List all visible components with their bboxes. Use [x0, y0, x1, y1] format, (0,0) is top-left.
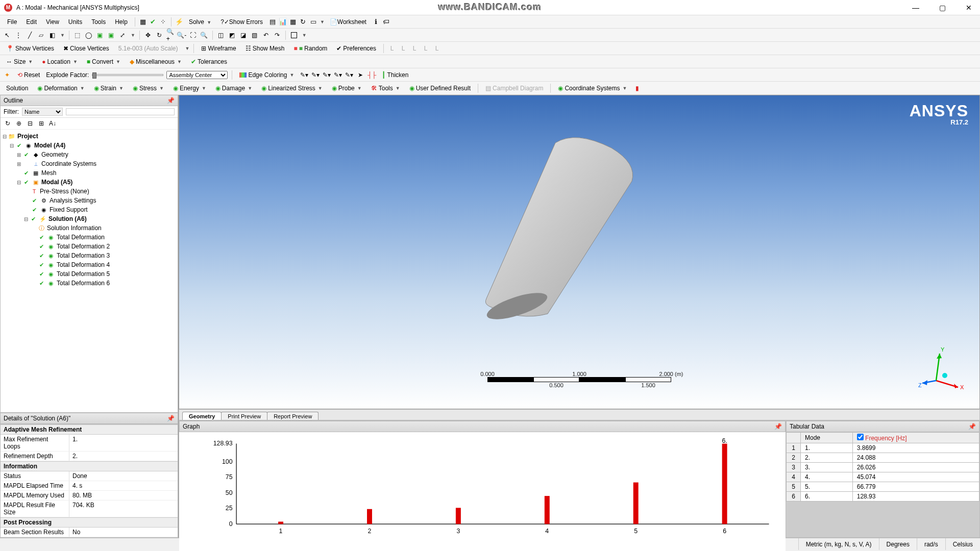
box-select-icon[interactable]: ⬚	[74, 31, 82, 39]
coord-dropdown[interactable]: ◉Coordinate Systems▼	[555, 84, 630, 93]
extend-icon[interactable]: ⤢	[118, 31, 127, 39]
details-row[interactable]: Beam Section ResultsNo	[1, 528, 178, 537]
zoom-fit-icon[interactable]: ⛶	[189, 31, 197, 39]
axis2-icon[interactable]: L	[399, 44, 407, 53]
expand-icon[interactable]: ⊕	[15, 119, 23, 128]
coord-icon[interactable]: ▮	[633, 84, 641, 92]
probe-dropdown[interactable]: ◉Probe▼	[329, 84, 365, 93]
details-row[interactable]: StatusDone	[1, 471, 178, 481]
table-row[interactable]: 66.128.93	[787, 492, 979, 502]
cursor-icon[interactable]: ↖	[3, 31, 11, 39]
doc-icon[interactable]: ▭	[309, 17, 318, 27]
maximize-button[interactable]: ▢	[935, 3, 949, 13]
reset-button[interactable]: ⟲Reset	[14, 70, 43, 80]
close-button[interactable]: ✕	[962, 3, 976, 13]
body-select-icon[interactable]: ◧	[48, 31, 56, 39]
col-mode[interactable]: Mode	[801, 433, 853, 443]
lasso-icon[interactable]: ◯	[85, 31, 93, 39]
grid-icon[interactable]: ▤	[268, 17, 277, 27]
pin-icon-4[interactable]: 📌	[968, 423, 976, 430]
zoom-box-icon[interactable]: 🔍	[200, 31, 208, 39]
edge5-icon[interactable]: ✎▾	[345, 71, 353, 79]
details-row[interactable]: MAPDL Memory Used80. MB	[1, 491, 178, 500]
cube-icon[interactable]: ▣	[96, 31, 104, 39]
tree-td4[interactable]: ✔◉Total Deformation 4	[2, 260, 177, 269]
filter-input[interactable]	[66, 108, 175, 115]
table-icon[interactable]: ▦	[288, 17, 298, 27]
filter-select[interactable]: Name	[22, 108, 63, 116]
deformation-dropdown[interactable]: ◉Deformation▼	[34, 84, 87, 93]
stress-dropdown[interactable]: ◉Stress▼	[130, 84, 167, 93]
wireframe-button[interactable]: ⊞Wireframe	[198, 44, 239, 53]
pin-icon-2[interactable]: 📌	[167, 415, 175, 422]
tree-td3[interactable]: ✔◉Total Deformation 3	[2, 251, 177, 260]
axis3-icon[interactable]: L	[410, 44, 419, 53]
menu-view[interactable]: View	[42, 17, 63, 27]
view-front-icon[interactable]: ◫	[217, 31, 225, 39]
assembly-center-select[interactable]: Assembly Center	[166, 71, 228, 79]
menu-help[interactable]: Help	[111, 17, 132, 27]
close-vertices-button[interactable]: ✖Close Vertices	[60, 44, 112, 53]
tab-print-preview[interactable]: Print Preview	[221, 412, 267, 420]
details-row[interactable]: MAPDL Elapsed Time4. s	[1, 481, 178, 491]
edge1-icon[interactable]: ✎▾	[300, 71, 308, 79]
worksheet-button[interactable]: 📄Worksheet	[326, 17, 371, 27]
arrow-icon[interactable]: ➤	[356, 71, 364, 79]
axis4-icon[interactable]: L	[422, 44, 430, 53]
tree-model[interactable]: ⊟✔◉Model (A4)	[2, 141, 177, 150]
edge-coloring-dropdown[interactable]: Edge Coloring▼	[236, 70, 297, 80]
tree-td5[interactable]: ✔◉Total Deformation 5	[2, 269, 177, 279]
table-row[interactable]: 44.45.074	[787, 472, 979, 482]
axis5-icon[interactable]: L	[433, 44, 441, 53]
table-row[interactable]: 33.26.026	[787, 463, 979, 472]
view-side-icon[interactable]: ▧	[251, 31, 259, 39]
explode-slider[interactable]	[92, 74, 163, 76]
view-next-icon[interactable]: ↷	[273, 31, 281, 39]
details-row[interactable]: Refinement Depth2.	[1, 452, 178, 461]
edge2-icon[interactable]: ✎▾	[311, 71, 320, 79]
menu-tools[interactable]: Tools	[87, 17, 110, 27]
edge-select-icon[interactable]: ╱	[26, 31, 34, 39]
refresh-icon[interactable]: ↻	[299, 17, 308, 27]
tree-geometry[interactable]: ⊞✔◆Geometry	[2, 150, 177, 159]
menu-units[interactable]: Units	[64, 17, 86, 27]
tree-icon[interactable]: ⊞	[37, 119, 45, 128]
view-prev-icon[interactable]: ↶	[262, 31, 270, 39]
show-vertices-button[interactable]: 📍Show Vertices	[3, 44, 57, 53]
table-row[interactable]: 22.24.088	[787, 453, 979, 463]
zoom-out-icon[interactable]: 🔍-	[178, 31, 186, 39]
tree-td2[interactable]: ✔◉Total Deformation 2	[2, 242, 177, 251]
damage-dropdown[interactable]: ◉Damage▼	[212, 84, 255, 93]
tag-icon[interactable]: 🏷	[382, 17, 391, 27]
edge3-icon[interactable]: ✎▾	[323, 71, 331, 79]
collapse-icon[interactable]: ⊟	[26, 119, 34, 128]
details-row[interactable]: MAPDL Result File Size704. KB	[1, 500, 178, 517]
details-row[interactable]: Max Refinement Loops1.	[1, 435, 178, 452]
tree-td1[interactable]: ✔◉Total Deformation	[2, 233, 177, 242]
tree-analysis[interactable]: ✔⚙Analysis Settings	[2, 196, 177, 205]
dots-icon[interactable]: ⁘	[159, 17, 168, 27]
tools-dropdown[interactable]: 🛠Tools▼	[368, 84, 403, 93]
size-dropdown[interactable]: ↔Size▼	[3, 57, 36, 66]
tree-project[interactable]: ⊟📁Project	[2, 132, 177, 141]
lightning-icon[interactable]: ⚡	[175, 17, 184, 27]
bars-icon[interactable]: ┤├	[368, 71, 376, 79]
tree-prestress[interactable]: TPre-Stress (None)	[2, 187, 177, 196]
vertex-select-icon[interactable]: ⋮	[14, 31, 22, 39]
tree-coord[interactable]: ⊞ ⟂Coordinate Systems	[2, 159, 177, 168]
menu-file[interactable]: File	[3, 17, 21, 27]
face-select-icon[interactable]: ▱	[37, 31, 45, 39]
minimize-button[interactable]: —	[909, 3, 923, 13]
tree-modal[interactable]: ⊟✔▣Modal (A5)	[2, 178, 177, 187]
tree-solution[interactable]: ⊟✔⚡Solution (A6)	[2, 214, 177, 223]
table-row[interactable]: 55.66.779	[787, 482, 979, 492]
cube2-icon[interactable]: ▣	[107, 31, 115, 39]
refresh-tree-icon[interactable]: ↻	[4, 119, 12, 128]
misc-dropdown[interactable]: ◆Miscellaneous▼	[127, 57, 185, 66]
toolbar-icon[interactable]: ▦	[138, 17, 148, 27]
chart-icon[interactable]: 📊	[278, 17, 287, 27]
axis1-icon[interactable]: L	[388, 44, 396, 53]
pan-icon[interactable]: ✥	[144, 31, 152, 39]
tolerances-button[interactable]: ✔Tolerances	[188, 57, 230, 66]
3d-viewport[interactable]: ANSYS R17.2 0.0001.0002.000 (m) 0.5001.5…	[179, 95, 980, 409]
